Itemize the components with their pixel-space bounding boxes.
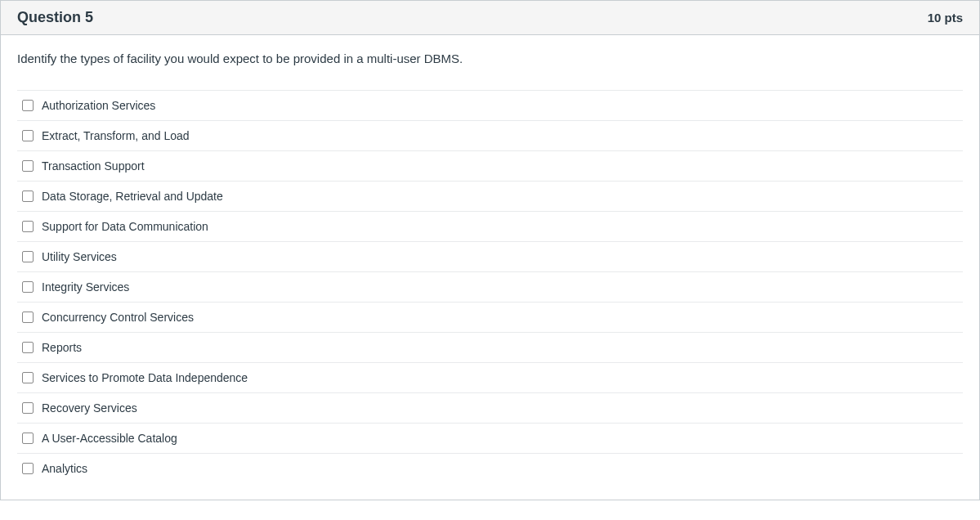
answer-item[interactable]: Transaction Support	[17, 150, 963, 181]
answer-checkbox[interactable]	[22, 433, 34, 444]
answer-label[interactable]: A User-Accessible Catalog	[42, 432, 177, 445]
answer-checkbox[interactable]	[22, 100, 34, 111]
answer-item[interactable]: Concurrency Control Services	[17, 302, 963, 332]
question-title: Question 5	[17, 9, 93, 26]
answer-checkbox[interactable]	[22, 251, 34, 262]
question-container: Question 5 10 pts Identify the types of …	[0, 0, 980, 500]
answers-list: Authorization Services Extract, Transfor…	[17, 90, 963, 483]
answer-item[interactable]: Data Storage, Retrieval and Update	[17, 181, 963, 211]
answer-item[interactable]: Analytics	[17, 453, 963, 483]
answer-checkbox[interactable]	[22, 191, 34, 202]
answer-item[interactable]: Utility Services	[17, 241, 963, 271]
answer-label[interactable]: Services to Promote Data Independence	[42, 371, 248, 384]
answer-label[interactable]: Support for Data Communication	[42, 220, 208, 233]
answer-label[interactable]: Authorization Services	[42, 99, 155, 112]
answer-label[interactable]: Data Storage, Retrieval and Update	[42, 190, 223, 203]
question-body: Identify the types of facility you would…	[1, 35, 979, 500]
answer-item[interactable]: Recovery Services	[17, 392, 963, 423]
answer-item[interactable]: Extract, Transform, and Load	[17, 120, 963, 150]
answer-label[interactable]: Integrity Services	[42, 280, 129, 294]
answer-label[interactable]: Utility Services	[42, 250, 117, 263]
answer-item[interactable]: Authorization Services	[17, 90, 963, 120]
answer-item[interactable]: A User-Accessible Catalog	[17, 423, 963, 453]
answer-item[interactable]: Support for Data Communication	[17, 211, 963, 241]
answer-label[interactable]: Transaction Support	[42, 159, 145, 173]
answer-checkbox[interactable]	[22, 160, 34, 172]
answer-item[interactable]: Integrity Services	[17, 271, 963, 302]
answer-label[interactable]: Extract, Transform, and Load	[42, 129, 190, 142]
answer-label[interactable]: Reports	[42, 341, 82, 354]
answer-label[interactable]: Concurrency Control Services	[42, 311, 194, 324]
answer-label[interactable]: Recovery Services	[42, 401, 137, 415]
answer-item[interactable]: Services to Promote Data Independence	[17, 362, 963, 392]
answer-checkbox[interactable]	[22, 281, 34, 293]
answer-checkbox[interactable]	[22, 463, 34, 474]
question-points: 10 pts	[928, 11, 963, 25]
answer-label[interactable]: Analytics	[42, 462, 87, 475]
answer-checkbox[interactable]	[22, 221, 34, 232]
answer-checkbox[interactable]	[22, 342, 34, 353]
answer-checkbox[interactable]	[22, 130, 34, 141]
answer-checkbox[interactable]	[22, 312, 34, 323]
answer-checkbox[interactable]	[22, 402, 34, 414]
answer-checkbox[interactable]	[22, 372, 34, 383]
answer-item[interactable]: Reports	[17, 332, 963, 362]
question-header: Question 5 10 pts	[1, 1, 979, 35]
question-prompt: Identify the types of facility you would…	[17, 52, 963, 65]
